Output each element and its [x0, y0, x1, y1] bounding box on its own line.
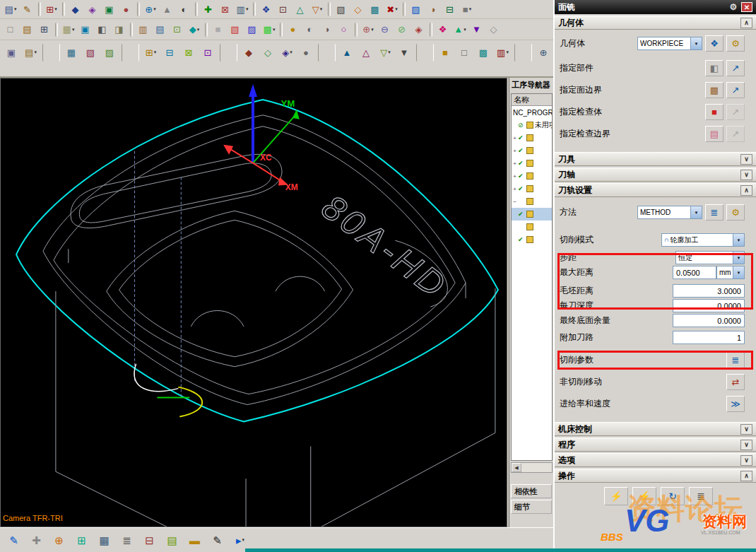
toolbar-button[interactable]: ❖: [435, 22, 451, 37]
toolbar-button[interactable]: ▦: [63, 44, 81, 61]
toolbar-button[interactable]: [38, 2, 41, 16]
toolbar-button[interactable]: ▤: [163, 531, 182, 549]
toolbar-button[interactable]: ⊞▾: [44, 1, 59, 17]
toolbar-button[interactable]: ◈: [411, 22, 427, 37]
expand-icon[interactable]: ∨: [740, 440, 752, 450]
toolbar-button[interactable]: ▣: [78, 22, 93, 37]
toolbar-button[interactable]: ⊟: [442, 1, 458, 17]
toolbar-button[interactable]: ▤: [153, 22, 168, 37]
max-distance-unit-select[interactable]: mm ▼: [716, 266, 745, 279]
toolbar-button[interactable]: ▼: [396, 44, 413, 61]
toolbar-button[interactable]: ▨: [408, 1, 424, 17]
toolbar-button[interactable]: [318, 44, 336, 61]
toolbar-button[interactable]: ⊕▾: [143, 1, 158, 17]
cutting-params-button[interactable]: ≣: [726, 352, 745, 368]
expand-icon[interactable]: −: [512, 199, 518, 205]
toolbar-button[interactable]: ⊟: [161, 44, 179, 61]
non-cutting-moves-button[interactable]: ⇄: [726, 374, 745, 390]
toolbar-button[interactable]: [253, 2, 256, 16]
scrollbar-track[interactable]: [521, 463, 552, 472]
toolbar-button[interactable]: ⊘: [394, 22, 410, 37]
toolbar-button[interactable]: [62, 2, 65, 16]
toolbar-button[interactable]: ◈: [85, 1, 100, 17]
toolbar-button[interactable]: ▧: [228, 22, 243, 37]
toolbar-button[interactable]: □: [3, 22, 18, 37]
toolbar-button[interactable]: ◐: [177, 1, 192, 17]
toolbar-button[interactable]: ◐: [302, 22, 318, 37]
toolbar-button[interactable]: [55, 23, 58, 37]
stepover-select[interactable]: 恒定 ▼: [675, 251, 745, 264]
section-header-path-settings[interactable]: 刀轨设置 ∧: [555, 183, 756, 197]
toolbar-button[interactable]: ⊞▾: [142, 44, 160, 61]
section-header-actions[interactable]: 操作 ∧: [555, 469, 756, 483]
toolbar-button[interactable]: ▦: [95, 531, 114, 549]
navigator-tree-row[interactable]: + ✔: [512, 144, 552, 157]
navigator-tree-row[interactable]: NC_PROGRAM: [512, 106, 552, 119]
specify-face-boundary-button[interactable]: ▩: [705, 82, 723, 98]
toolbar-button[interactable]: ■: [211, 22, 226, 37]
toolbar-button[interactable]: [122, 44, 139, 61]
toolbar-button[interactable]: ■▾: [459, 1, 475, 17]
navigator-hscrollbar[interactable]: ◀: [511, 462, 553, 473]
toolbar-button[interactable]: ◧: [95, 22, 110, 37]
section-header-program[interactable]: 程序 ∨: [555, 438, 756, 452]
toolbar-button[interactable]: ⊡: [170, 22, 185, 37]
toolbar-button[interactable]: [220, 44, 237, 61]
toolbar-button[interactable]: ▤: [20, 22, 35, 37]
toolbar-button[interactable]: ▩▾: [261, 22, 277, 37]
navigator-tree-row[interactable]: ✔: [512, 208, 552, 221]
dropdown-arrow-icon[interactable]: ▼: [690, 37, 702, 49]
specify-check-boundary-button[interactable]: ▤: [705, 126, 723, 142]
expand-icon[interactable]: ∨: [740, 170, 752, 180]
toolbar-button[interactable]: ◑: [425, 1, 441, 17]
expand-icon[interactable]: +: [512, 135, 518, 141]
max-distance-input[interactable]: 0.0500: [673, 266, 716, 279]
toolbar-button[interactable]: ▣: [102, 1, 117, 17]
toolbar-button[interactable]: ▣: [3, 44, 20, 61]
expand-icon[interactable]: +: [512, 148, 518, 154]
dialog-title-bar[interactable]: 面铣 ⚙ ✕: [555, 0, 756, 14]
dependencies-tab[interactable]: 相依性: [511, 484, 552, 498]
toolbar-button[interactable]: ✚: [201, 1, 216, 17]
additional-passes-input[interactable]: 1: [673, 331, 745, 344]
toolbar-button[interactable]: ▲: [338, 44, 356, 61]
toolbar-button[interactable]: [137, 2, 140, 16]
toolbar-button[interactable]: ○: [336, 22, 352, 37]
toolbar-button[interactable]: ▧: [333, 1, 349, 17]
toolbar-button[interactable]: ▲: [160, 1, 175, 17]
toolbar-button[interactable]: ●: [119, 1, 134, 17]
toolbar-button[interactable]: ⊠: [180, 44, 198, 61]
toolbar-button[interactable]: ▥▾: [235, 1, 250, 17]
section-header-tool-axis[interactable]: 刀轴 ∨: [555, 168, 756, 182]
edit-geometry-button[interactable]: ⚙: [726, 35, 745, 52]
toolbar-button[interactable]: ◆: [68, 1, 83, 17]
toolbar-button[interactable]: ●: [285, 22, 301, 37]
toolbar-button[interactable]: ▼: [469, 22, 485, 37]
toolbar-button[interactable]: ▤▾: [22, 44, 40, 61]
toolbar-button[interactable]: ✎: [5, 531, 23, 549]
scroll-left-button[interactable]: ◀: [512, 463, 521, 472]
toolbar-button[interactable]: ◆▾: [187, 22, 202, 37]
toolbar-button[interactable]: △: [293, 1, 308, 17]
section-header-options[interactable]: 选项 ∨: [555, 453, 756, 467]
blank-distance-input[interactable]: 3.0000: [673, 284, 745, 298]
toolbar-button[interactable]: ❖: [259, 1, 274, 17]
navigator-tree-row[interactable]: + ✔: [512, 182, 552, 195]
toolbar-button[interactable]: [280, 23, 283, 37]
specify-check-body-button[interactable]: ■: [705, 104, 723, 120]
expand-icon[interactable]: +: [512, 160, 518, 167]
dropdown-arrow-icon[interactable]: ▼: [733, 252, 744, 264]
toolbar-button[interactable]: ▦▾: [61, 22, 76, 37]
toolbar-button[interactable]: ■: [437, 44, 454, 61]
feeds-speeds-button[interactable]: ≫: [726, 396, 745, 412]
section-header-machine-control[interactable]: 机床控制 ∨: [555, 422, 756, 436]
navigator-tree-row[interactable]: ✔: [512, 233, 552, 246]
collapse-icon[interactable]: ∧: [740, 18, 752, 28]
navigator-tree-row[interactable]: + ✔: [512, 131, 552, 144]
expand-icon[interactable]: +: [512, 186, 518, 192]
depth-per-cut-input[interactable]: 0.0000: [673, 299, 745, 312]
select-face-boundary-button[interactable]: ↗: [726, 82, 745, 98]
toolbar-button[interactable]: ▥▾: [494, 44, 512, 61]
toolbar-button[interactable]: [42, 44, 60, 61]
navigator-tree-row[interactable]: [512, 221, 552, 233]
